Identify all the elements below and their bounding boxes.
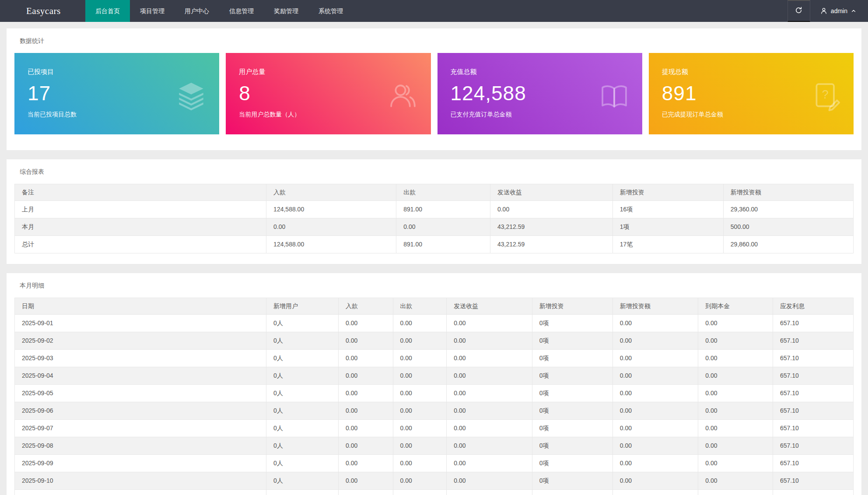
nav-item-2[interactable]: 项目管理 [130, 0, 175, 22]
detail-column-header: 应发利息 [773, 298, 853, 315]
page-content: 数据统计 已投项目17当前已投项目总数用户总量8当前用户总数量（人）充值总额12… [0, 22, 868, 495]
detail-cell: 0.00 [447, 332, 532, 350]
report-cell: 29,360.00 [723, 201, 853, 218]
detail-cell: 0.00 [338, 472, 393, 490]
detail-column-header: 到期本金 [698, 298, 773, 315]
detail-cell: 2025-09-01 [15, 315, 266, 332]
report-cell: 43,212.59 [490, 236, 612, 253]
detail-cell: 0.00 [338, 490, 393, 495]
detail-row: 2025-09-070人0.000.000.000项0.000.00657.10 [15, 420, 854, 437]
refresh-button[interactable] [788, 0, 810, 22]
stat-card-4: 提现总额891已完成提现订单总金额? [649, 53, 854, 134]
detail-row: 2025-09-090人0.000.000.000项0.000.00657.10 [15, 455, 854, 472]
detail-cell: 0.00 [447, 455, 532, 472]
detail-cell: 0.00 [447, 367, 532, 385]
detail-column-header: 出款 [393, 298, 447, 315]
detail-cell: 0.00 [698, 490, 773, 495]
detail-cell: 0.00 [612, 472, 698, 490]
doc-question-icon: ? [809, 79, 842, 112]
report-cell: 0.00 [490, 201, 612, 218]
detail-cell: 0.00 [447, 472, 532, 490]
users-icon [386, 79, 420, 112]
detail-cell: 0.00 [393, 367, 447, 385]
detail-cell: 657.10 [773, 402, 853, 420]
detail-cell: 2025-09-06 [15, 402, 266, 420]
detail-cell: 0人 [266, 350, 339, 367]
detail-cell: 0人 [266, 420, 339, 437]
brand-logo[interactable]: Easycars [26, 0, 85, 22]
detail-cell: 0.00 [393, 490, 447, 495]
detail-table-container: 日期新增用户入款出款发送收益新增投资新增投资额到期本金应发利息2025-09-0… [14, 298, 854, 495]
detail-column-header: 日期 [15, 298, 266, 315]
nav-item-5[interactable]: 奖励管理 [264, 0, 308, 22]
detail-cell: 0.00 [698, 455, 773, 472]
detail-cell: 0.00 [698, 315, 773, 332]
report-cell: 上月 [15, 201, 266, 218]
nav-item-3[interactable]: 用户中心 [175, 0, 219, 22]
detail-cell: 2025-09-05 [15, 385, 266, 402]
nav-item-6[interactable]: 系统管理 [308, 0, 353, 22]
detail-cell: 0.00 [338, 315, 393, 332]
detail-cell: 0.00 [393, 315, 447, 332]
detail-row: 2025-09-020人0.000.000.000项0.000.00657.10 [15, 332, 854, 350]
detail-cell: 0.00 [612, 437, 698, 455]
detail-cell: 0人 [266, 385, 339, 402]
detail-cell: 0.00 [698, 402, 773, 420]
detail-panel: 本月明细 日期新增用户入款出款发送收益新增投资新增投资额到期本金应发利息2025… [7, 273, 861, 495]
refresh-icon [794, 6, 803, 16]
detail-cell: 2025-09-09 [15, 455, 266, 472]
report-cell: 124,588.00 [266, 201, 396, 218]
detail-cell: 0.00 [698, 437, 773, 455]
detail-cell: 0.00 [338, 332, 393, 350]
detail-cell: 657.10 [773, 437, 853, 455]
detail-row: 2025-09-010人0.000.000.000项0.000.00657.10 [15, 315, 854, 332]
user-menu[interactable]: admin [810, 0, 868, 22]
detail-cell: 0.00 [338, 367, 393, 385]
report-row: 本月0.000.0043,212.591项500.00 [15, 218, 854, 236]
detail-cell: 0.00 [338, 385, 393, 402]
detail-row: 2025-09-050人0.000.000.000项0.000.00657.10 [15, 385, 854, 402]
detail-row: 2025-09-080人0.000.000.000项0.000.00657.10 [15, 437, 854, 455]
detail-row: 2025-09-030人0.000.000.000项0.000.00657.10 [15, 350, 854, 367]
detail-cell: 657.10 [773, 472, 853, 490]
detail-cell: 0.00 [447, 350, 532, 367]
detail-cell: 0人 [266, 455, 339, 472]
detail-cell: 2025-09-08 [15, 437, 266, 455]
stat-card-title: 提现总额 [662, 68, 840, 76]
stats-panel: 数据统计 已投项目17当前已投项目总数用户总量8当前用户总数量（人）充值总额12… [7, 28, 861, 150]
report-cell: 总计 [15, 236, 266, 253]
detail-cell: 0人 [266, 315, 339, 332]
stat-cards-row: 已投项目17当前已投项目总数用户总量8当前用户总数量（人）充值总额124,588… [14, 53, 854, 137]
detail-cell: 2025-09-04 [15, 367, 266, 385]
detail-cell: 0项 [532, 490, 612, 495]
detail-cell: 657.10 [773, 490, 853, 495]
detail-row: 2025-09-110人0.000.000.000项0.000.00657.10 [15, 490, 854, 495]
detail-cell: 657.10 [773, 350, 853, 367]
nav-item-4[interactable]: 信息管理 [219, 0, 264, 22]
report-cell: 500.00 [723, 218, 853, 236]
report-cell: 0.00 [266, 218, 396, 236]
report-cell: 本月 [15, 218, 266, 236]
svg-text:?: ? [822, 88, 829, 101]
detail-cell: 0人 [266, 490, 339, 495]
detail-row: 2025-09-060人0.000.000.000项0.000.00657.10 [15, 402, 854, 420]
report-column-header: 出款 [396, 184, 490, 201]
stat-card-1: 已投项目17当前已投项目总数 [14, 53, 219, 134]
nav-item-1[interactable]: 后台首页 [85, 0, 130, 22]
detail-cell: 2025-09-03 [15, 350, 266, 367]
detail-cell: 0项 [532, 437, 612, 455]
report-column-header: 入款 [266, 184, 396, 201]
detail-cell: 0.00 [393, 332, 447, 350]
detail-column-header: 新增投资额 [612, 298, 698, 315]
detail-cell: 657.10 [773, 367, 853, 385]
stat-card-title: 充值总额 [451, 68, 629, 76]
detail-cell: 657.10 [773, 385, 853, 402]
detail-cell: 2025-09-10 [15, 472, 266, 490]
detail-cell: 0项 [532, 402, 612, 420]
report-cell: 0.00 [396, 218, 490, 236]
detail-cell: 0.00 [393, 437, 447, 455]
detail-row: 2025-09-100人0.000.000.000项0.000.00657.10 [15, 472, 854, 490]
detail-cell: 0项 [532, 315, 612, 332]
detail-column-header: 入款 [338, 298, 393, 315]
detail-cell: 0人 [266, 367, 339, 385]
